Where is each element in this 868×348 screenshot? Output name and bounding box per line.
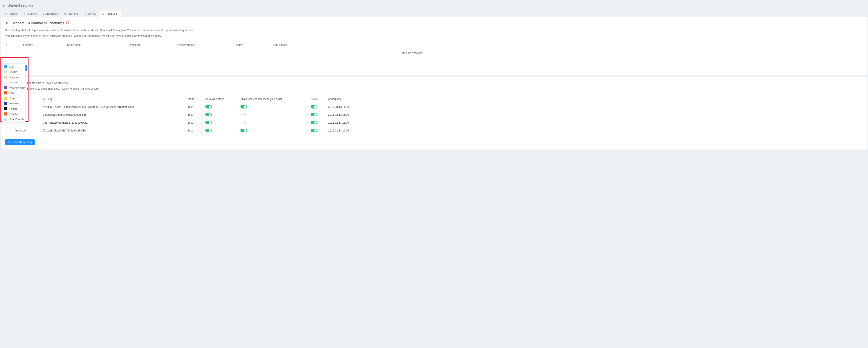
toggle-switch[interactable] [205, 105, 212, 108]
shop-option[interactable]: Shopify [2, 69, 25, 74]
api-panel: update data to Boxme via our APIs missio… [1, 77, 867, 149]
shop-option-label: Etsy [9, 92, 23, 94]
toggle-switch[interactable] [205, 113, 212, 116]
api-desc-1: update data to Boxme via our APIs [5, 81, 863, 86]
platform-icon [4, 92, 7, 95]
shop-option[interactable]: Haravan [2, 101, 25, 106]
shop-option[interactable]: Magento [2, 74, 25, 80]
wrench-icon [2, 4, 6, 7]
platforms-desc-2: You can connect your shops of one or mul… [5, 34, 863, 39]
shop-option[interactable]: Sapo(Bizweb) [2, 116, 25, 122]
platforms-panel: Connect E-Commerce Platforms Boxme integ… [1, 17, 867, 75]
shop-option[interactable]: Ebay [2, 96, 25, 101]
platform-icon [4, 97, 7, 100]
no-data-label: No data available [0, 49, 863, 57]
shop-option[interactable]: Woocommerce [2, 85, 25, 90]
toggle-switch[interactable] [311, 121, 317, 124]
generate-api-key-button[interactable]: Generate API Key [5, 139, 35, 145]
api-mode: Test [188, 105, 205, 108]
tab-integration[interactable]: Integration [99, 10, 121, 17]
api-key-value: 7d57f6f6256fb281a1557504d3292611 [43, 121, 188, 124]
shop-option-label: Robins [9, 107, 23, 110]
toggle-switch[interactable] [205, 121, 212, 124]
api-mode: Test [188, 121, 205, 124]
platforms-title: Connect E-Commerce Platforms [10, 21, 64, 26]
platform-icon [4, 76, 7, 79]
user-icon [5, 12, 7, 15]
shop-option-label: Woocommerce [9, 86, 26, 89]
svg-rect-1 [64, 13, 66, 14]
toggle-switch[interactable] [311, 113, 317, 116]
shop-option[interactable]: Lazada [2, 80, 25, 85]
toggle-switch[interactable] [240, 121, 247, 124]
home-icon [43, 12, 46, 15]
platforms-table-header: # Platform Shop name Sync order Sync inv… [5, 41, 863, 49]
shop-option[interactable]: Robins [2, 106, 25, 111]
shop-option-label: Lazada [9, 81, 23, 84]
toggle-switch[interactable] [311, 129, 317, 132]
shop-option-label: Haravan [9, 102, 23, 105]
added-date: 2015-02-13 16:09 [328, 113, 354, 116]
table-row: 7d57f6f6256fb281a1557504d3292611Test2015… [5, 119, 863, 127]
shop-option-label: Shopify [9, 71, 23, 73]
shop-option-label: Sapo(Bizweb) [9, 118, 24, 120]
platform-icon [4, 81, 7, 84]
shop-option[interactable]: Zalo [2, 64, 25, 69]
page-title: General settings [1, 1, 867, 10]
api-table-header: # API Key Mode Auto sync order Allow rec… [5, 95, 863, 103]
refresh-icon[interactable] [66, 21, 69, 26]
api-mode: Test [188, 113, 205, 116]
tab-payment[interactable]: Payment [61, 10, 80, 17]
platform-icon [4, 118, 7, 121]
toggle-switch[interactable] [240, 113, 247, 116]
branch-icon [5, 22, 9, 25]
shield-icon [24, 12, 27, 15]
shop-option-label: Ebay [9, 97, 23, 100]
platform-icon [4, 107, 7, 110]
svg-point-5 [8, 22, 8, 23]
send-icon [84, 12, 86, 15]
toggle-switch[interactable] [240, 129, 247, 132]
card-icon [63, 12, 66, 15]
toggle-switch[interactable] [311, 105, 317, 108]
added-date: 2015-02-13 16:09 [328, 121, 354, 124]
platform-icon [4, 70, 7, 73]
platform-icon [4, 102, 7, 105]
settings-tabs: Account Security Business Payment Servic… [1, 10, 867, 17]
table-row: 4Productionf03ac281f81e7ef3bf7285c9bc29c… [5, 127, 863, 135]
api-key-value: 424d3507c3baf785aeba26bc3b9b0e3476502081… [43, 105, 188, 108]
svg-point-4 [6, 24, 7, 24]
add-shop-dropdown: ZaloShopifyMagentoLazadaWoocommerceEtsyE… [2, 63, 26, 123]
platform-icon [4, 86, 7, 89]
toggle-switch[interactable] [205, 129, 212, 132]
tab-account[interactable]: Account [2, 10, 21, 17]
api-mode: Test [188, 129, 205, 132]
added-date: 2018-08-13 11:19 [328, 105, 354, 108]
shop-option-label: Magento [9, 76, 23, 78]
api-key-value: f03ac281f81e7ef3bf7285c9bc29cf30 [43, 129, 188, 132]
page-title-text: General settings [7, 3, 33, 7]
shop-option-label: Shopee [9, 113, 23, 115]
rss-icon [102, 12, 105, 15]
tab-service[interactable]: Service [81, 10, 99, 17]
table-row: 424d3507c3baf785aeba26bc3b9b0e3476502081… [5, 103, 863, 111]
shop-option-label: Zalo [9, 65, 23, 68]
tab-business[interactable]: Business [40, 10, 61, 17]
plus-circle-icon [7, 141, 10, 143]
toggle-switch[interactable] [240, 105, 247, 108]
platform-icon [4, 112, 7, 115]
shop-option[interactable]: Shopee [2, 111, 25, 116]
platforms-desc-1: Boxme integrated with top commerce platf… [5, 28, 863, 33]
api-desc-2: mission, so keep them safe. Tips on keep… [5, 86, 863, 92]
shop-option[interactable]: Etsy [2, 90, 25, 96]
svg-point-0 [6, 13, 7, 14]
platform-icon [4, 65, 7, 68]
tab-security[interactable]: Security [21, 10, 40, 17]
svg-point-2 [102, 14, 103, 15]
api-key-value: 7e2bacfa114b8830f87ac16998f5f516 [43, 113, 188, 116]
added-date: 2015-02-13 16:09 [328, 129, 354, 132]
svg-point-3 [6, 22, 7, 23]
table-row: 7e2bacfa114b8830f87ac16998f5f516Test2015… [5, 111, 863, 119]
